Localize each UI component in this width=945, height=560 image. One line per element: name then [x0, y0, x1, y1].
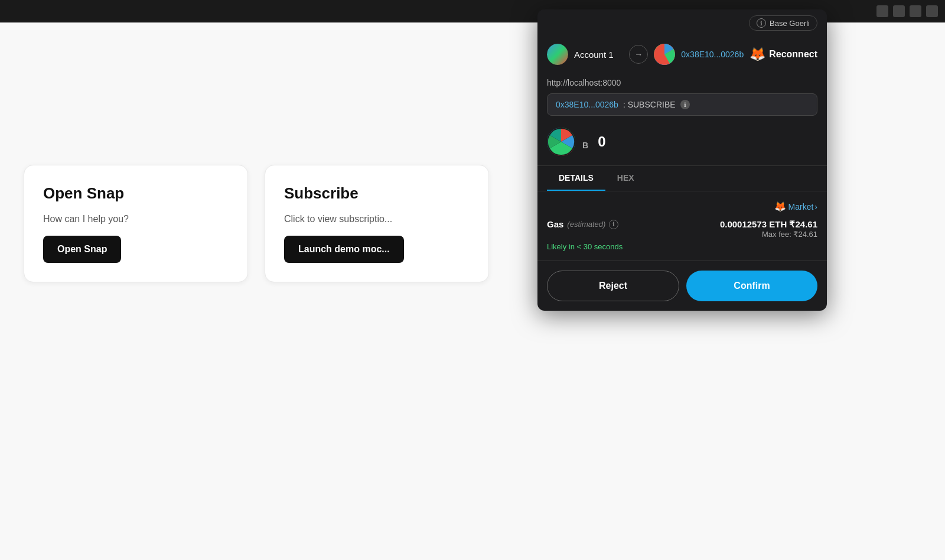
gas-max: Max fee: ₹24.61	[720, 230, 817, 239]
open-snap-title: Open Snap	[43, 184, 229, 203]
network-badge[interactable]: ℹ Base Goerli	[749, 15, 817, 31]
market-fox-icon: 🦊	[774, 201, 786, 212]
account-name: Account 1	[574, 50, 623, 60]
subscribe-desc: Click to view subscriptio...	[284, 212, 470, 226]
contract-row: 0x38E10...0026b : SUBSCRIBE ℹ	[547, 93, 817, 116]
tab-hex[interactable]: HEX	[605, 166, 646, 191]
url-bar: http://localhost:8000	[537, 72, 827, 91]
likely-text: Likely in < 30 seconds	[547, 242, 817, 251]
reconnect-label: Reconnect	[769, 49, 817, 60]
confirm-button[interactable]: Confirm	[686, 271, 817, 301]
network-bar: ℹ Base Goerli	[537, 9, 827, 37]
account-avatar	[547, 44, 568, 65]
subscribe-title: Subscribe	[284, 184, 470, 203]
contract-method: : SUBSCRIBE	[623, 100, 676, 109]
launch-demo-button[interactable]: Launch demo moc...	[284, 236, 404, 263]
open-snap-button[interactable]: Open Snap	[43, 236, 121, 263]
svg-point-0	[547, 44, 568, 65]
browser-icon-3	[910, 5, 921, 17]
reject-button[interactable]: Reject	[547, 271, 679, 301]
token-row: B 0	[537, 123, 827, 165]
target-avatar	[654, 44, 675, 65]
tabs-row: DETAILS HEX	[537, 166, 827, 191]
action-buttons: Reject Confirm	[537, 261, 827, 311]
gas-left: Gas (estimated) ℹ	[547, 219, 618, 229]
fox-icon: 🦊	[750, 47, 765, 62]
contract-info-icon[interactable]: ℹ	[680, 100, 690, 109]
arrow-circle: →	[629, 45, 648, 64]
details-section: 🦊 Market › Gas (estimated) ℹ 0.00012573 …	[537, 191, 827, 261]
network-label: Base Goerli	[770, 19, 810, 28]
gas-estimated: (estimated)	[567, 220, 605, 229]
tab-details[interactable]: DETAILS	[547, 166, 605, 191]
account-row: Account 1 → 0x38E10...0026b 🦊 Reconnect	[537, 37, 827, 72]
gas-row: Gas (estimated) ℹ 0.00012573 ETH ₹24.61 …	[547, 219, 817, 239]
token-icon	[547, 128, 575, 156]
market-row: 🦊 Market ›	[547, 201, 817, 212]
network-info-icon: ℹ	[757, 18, 766, 28]
gas-label: Gas	[547, 219, 563, 229]
gas-amount: 0.00012573 ETH ₹24.61	[720, 219, 817, 230]
subscribe-card: Subscribe Click to view subscriptio... L…	[265, 165, 489, 282]
gas-right: 0.00012573 ETH ₹24.61 Max fee: ₹24.61	[720, 219, 817, 239]
browser-icon-1	[876, 5, 888, 17]
browser-icon-2	[893, 5, 905, 17]
browser-icon-4	[926, 5, 938, 17]
gas-info-icon[interactable]: ℹ	[609, 220, 618, 229]
token-amount: 0	[598, 134, 605, 150]
reconnect-button[interactable]: 🦊 Reconnect	[750, 47, 817, 62]
contract-address: 0x38E10...0026b	[556, 100, 618, 109]
open-snap-card: Open Snap How can I help you? Open Snap	[24, 165, 248, 282]
token-label-b: B	[582, 141, 588, 150]
metamask-popup: ℹ Base Goerli Account 1 →	[537, 9, 827, 311]
target-address: 0x38E10...0026b	[681, 50, 744, 59]
open-snap-desc: How can I help you?	[43, 212, 229, 226]
market-link[interactable]: Market ›	[788, 202, 817, 211]
token-labels: B 0	[582, 134, 605, 150]
